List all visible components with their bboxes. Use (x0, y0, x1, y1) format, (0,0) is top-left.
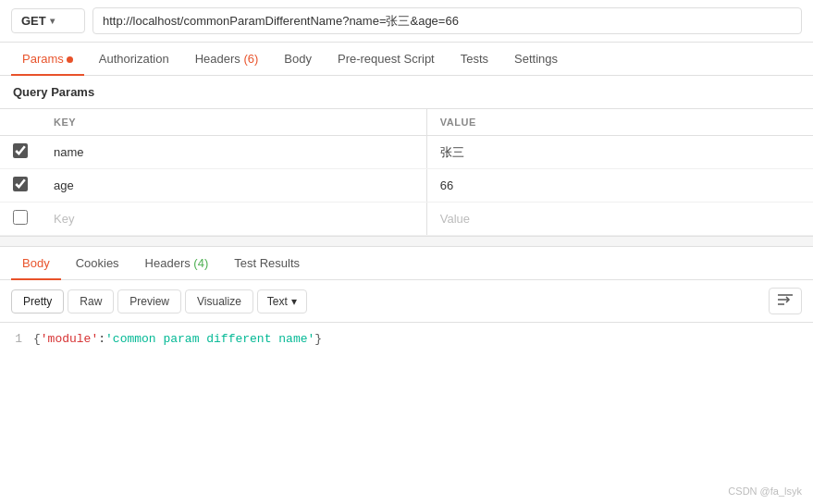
url-bar: GET ▾ (0, 0, 813, 43)
tab-tests[interactable]: Tests (450, 43, 499, 75)
method-text: GET (21, 14, 46, 28)
response-tab-test-results[interactable]: Test Results (223, 247, 311, 279)
section-divider (0, 236, 813, 247)
row3-checkbox-cell (0, 203, 41, 236)
response-tabs: Body Cookies Headers (4) Test Results (0, 247, 813, 280)
params-dot (67, 56, 73, 63)
code-key: 'module' (41, 332, 98, 346)
tab-body[interactable]: Body (273, 43, 323, 75)
code-value: 'common param different name' (105, 332, 314, 346)
row1-key[interactable]: name (41, 136, 426, 169)
table-row: age 66 (0, 169, 813, 203)
code-area: 1 {'module':'common param different name… (0, 323, 813, 355)
row3-checkbox[interactable] (13, 210, 28, 225)
params-table: KEY VALUE name 张三 age 66 Key (0, 109, 813, 236)
row2-value[interactable]: 66 (426, 169, 813, 203)
value-col-header: VALUE (426, 109, 813, 136)
response-tab-cookies[interactable]: Cookies (65, 247, 130, 279)
tab-authorization[interactable]: Authorization (88, 43, 180, 75)
query-params-header: Query Params (0, 76, 813, 109)
table-row-empty: Key Value (0, 203, 813, 236)
wrap-button[interactable] (769, 288, 802, 314)
table-row: name 张三 (0, 136, 813, 169)
method-select[interactable]: GET ▾ (11, 8, 85, 33)
pretty-button[interactable]: Pretty (11, 289, 64, 313)
row1-value[interactable]: 张三 (426, 136, 813, 169)
tab-headers[interactable]: Headers (6) (184, 43, 270, 75)
text-chevron-icon: ▾ (291, 295, 297, 308)
text-type-label: Text (267, 295, 288, 308)
close-brace: } (314, 332, 322, 346)
row3-key[interactable]: Key (41, 203, 426, 236)
url-input[interactable] (92, 7, 802, 34)
key-col-header: KEY (41, 109, 426, 136)
request-tabs: Params Authorization Headers (6) Body Pr… (0, 43, 813, 76)
headers-badge: (6) (240, 52, 259, 66)
response-tab-body[interactable]: Body (11, 247, 61, 279)
row3-value[interactable]: Value (426, 203, 813, 236)
line-number-1: 1 (0, 332, 33, 346)
checkbox-col-header (0, 109, 41, 136)
tab-params[interactable]: Params (11, 43, 84, 75)
preview-button[interactable]: Preview (117, 289, 181, 313)
tab-pre-request[interactable]: Pre-request Script (326, 43, 446, 75)
response-headers-badge: (4) (193, 256, 208, 270)
wrap-icon (777, 294, 794, 309)
format-toolbar: Pretty Raw Preview Visualize Text ▾ (0, 280, 813, 323)
raw-button[interactable]: Raw (68, 289, 114, 313)
row1-checkbox[interactable] (13, 143, 28, 158)
visualize-button[interactable]: Visualize (185, 289, 253, 313)
row2-checkbox-cell (0, 169, 41, 203)
response-tab-headers[interactable]: Headers (4) (134, 247, 220, 279)
row2-key[interactable]: age (41, 169, 426, 203)
code-content-1: {'module':'common param different name'} (33, 332, 322, 346)
text-type-select[interactable]: Text ▾ (257, 289, 307, 313)
chevron-down-icon: ▾ (50, 16, 55, 26)
row2-checkbox[interactable] (13, 177, 28, 191)
open-brace: { (33, 332, 41, 346)
code-line-1: 1 {'module':'common param different name… (0, 332, 813, 346)
code-colon: : (98, 332, 105, 346)
row1-checkbox-cell (0, 136, 41, 169)
footer-watermark: CSDN @fa_lsyk (728, 486, 802, 497)
tab-settings[interactable]: Settings (503, 43, 569, 75)
